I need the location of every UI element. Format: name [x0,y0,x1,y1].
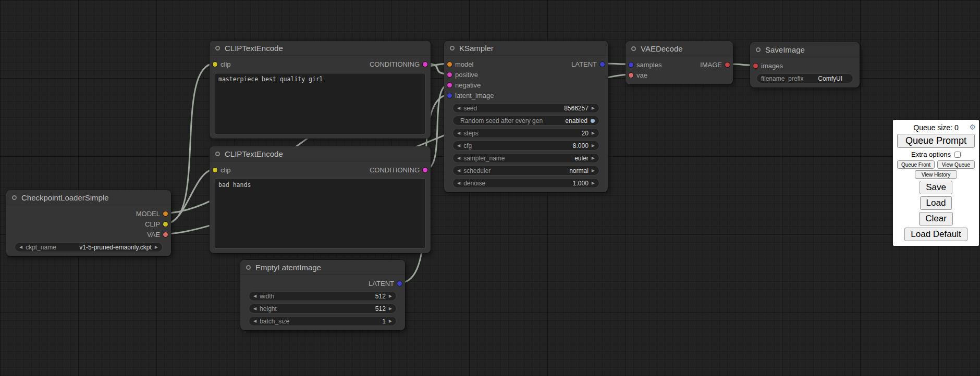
widget-value: 20 [581,130,588,137]
conditioning-output-dot[interactable] [423,62,427,67]
node-title-bar[interactable]: CLIPTextEncode [210,146,431,161]
negative-input-dot[interactable] [447,83,452,87]
clip-input-dot[interactable] [213,62,217,67]
decrement-arrow-icon[interactable]: ◀ [457,156,460,160]
vae-output-dot[interactable] [163,232,168,237]
widget-steps[interactable]: ◀ steps 20 ▶ [452,128,599,138]
vae-input-dot[interactable] [629,73,633,78]
increment-arrow-icon[interactable]: ▶ [592,131,595,135]
node-title-bar[interactable]: VAEDecode [626,41,733,56]
image-output-dot[interactable] [725,62,730,67]
view-history-button[interactable]: View History [915,170,957,179]
decrement-arrow-icon[interactable]: ◀ [457,181,460,185]
toggle-on-dot[interactable] [591,119,595,123]
slot-row-samples-image: samples IMAGE [626,59,733,70]
widget-width[interactable]: ◀ width 512 ▶ [249,291,397,301]
node-title: SaveImage [765,45,805,54]
collapse-dot-icon[interactable] [215,152,220,156]
increment-arrow-icon[interactable]: ▶ [389,319,392,323]
input-slot-images: images [750,60,860,71]
images-input-dot[interactable] [753,64,758,68]
node-title-bar[interactable]: SaveImage [750,42,860,57]
increment-arrow-icon[interactable]: ▶ [389,294,392,298]
node-title-bar[interactable]: KSampler [444,41,608,56]
node-ksampler[interactable]: KSampler model LATENT positive [444,41,608,192]
increment-arrow-icon[interactable]: ▶ [389,307,392,311]
node-title-bar[interactable]: EmptyLatentImage [240,260,405,275]
widget-random-seed-toggle[interactable]: Random seed after every gen enabled [452,116,599,126]
input-slot-latent-image: latent_image [444,90,608,101]
output-slot-model: MODEL [6,208,171,219]
increment-arrow-icon[interactable]: ▶ [592,156,595,160]
extra-options-checkbox[interactable] [954,152,961,158]
widget-value: euler [574,155,589,162]
node-checkpoint-loader-simple[interactable]: CheckpointLoaderSimple MODEL CLIP VAE [6,190,171,256]
load-button[interactable]: Load [920,196,952,210]
decrement-arrow-icon[interactable]: ◀ [19,245,22,249]
decrement-arrow-icon[interactable]: ◀ [253,307,256,311]
samples-input-dot[interactable] [629,62,633,67]
increment-arrow-icon[interactable]: ▶ [592,169,595,173]
collapse-dot-icon[interactable] [246,265,251,270]
increment-arrow-icon[interactable]: ▶ [592,181,595,185]
decrement-arrow-icon[interactable]: ◀ [253,319,256,323]
slot-label: negative [455,81,481,89]
decrement-arrow-icon[interactable]: ◀ [457,131,460,135]
comfy-menu-panel: Queue size: 0 ⚙ Queue Prompt Extra optio… [893,120,979,246]
increment-arrow-icon[interactable]: ▶ [592,106,595,110]
model-input-dot[interactable] [447,62,452,67]
model-output-dot[interactable] [163,211,168,216]
collapse-dot-icon[interactable] [215,46,220,51]
widget-scheduler[interactable]: ◀ scheduler normal ▶ [452,166,599,176]
widget-label: Random seed after every gen [460,117,543,124]
conditioning-output-dot[interactable] [423,168,427,172]
view-queue-button[interactable]: View Queue [937,160,975,169]
widget-filename-prefix[interactable]: filename_prefix ComfyUI [756,73,853,83]
decrement-arrow-icon[interactable]: ◀ [457,144,460,148]
widget-sampler-name[interactable]: ◀ sampler_name euler ▶ [452,153,599,163]
collapse-dot-icon[interactable] [631,46,636,51]
decrement-arrow-icon[interactable]: ◀ [457,169,460,173]
increment-arrow-icon[interactable]: ▶ [592,144,595,148]
latent-output-dot[interactable] [397,281,402,286]
clip-input-dot[interactable] [213,168,217,172]
node-vae-decode[interactable]: VAEDecode samples IMAGE vae [626,41,733,84]
widget-denoise[interactable]: ◀ denoise 1.000 ▶ [452,178,599,188]
node-clip-text-encode-negative[interactable]: CLIPTextEncode clip CONDITIONING bad han… [210,146,431,253]
settings-gear-icon[interactable]: ⚙ [969,123,976,131]
widget-height[interactable]: ◀ height 512 ▶ [249,304,397,314]
queue-prompt-button[interactable]: Queue Prompt [897,134,975,148]
decrement-arrow-icon[interactable]: ◀ [253,294,256,298]
queue-front-button[interactable]: Queue Front [897,160,935,169]
clip-output-dot[interactable] [163,222,168,227]
widget-label: ckpt_name [26,244,56,251]
queue-size-label: Queue size: 0 [913,123,958,132]
latent-image-input-dot[interactable] [447,93,452,98]
node-save-image[interactable]: SaveImage images filename_prefix ComfyUI [750,42,860,87]
load-default-button[interactable]: Load Default [904,228,967,241]
increment-arrow-icon[interactable]: ▶ [155,245,158,249]
widget-seed[interactable]: ◀ seed 8566257 ▶ [452,103,599,113]
node-empty-latent-image[interactable]: EmptyLatentImage LATENT ◀ width 512 ▶ ◀ … [240,260,405,330]
node-title-bar[interactable]: CLIPTextEncode [210,41,431,56]
prompt-textarea[interactable]: bad hands [215,179,425,249]
graph-canvas[interactable]: CheckpointLoaderSimple MODEL CLIP VAE [0,0,980,376]
widget-label: steps [463,130,479,137]
decrement-arrow-icon[interactable]: ◀ [457,106,460,110]
widget-value: 512 [375,305,386,312]
positive-input-dot[interactable] [447,72,452,77]
latent-output-dot[interactable] [600,62,605,67]
prompt-textarea[interactable]: masterpiece best quality girl [215,73,425,134]
widget-batch-size[interactable]: ◀ batch_size 1 ▶ [249,316,397,326]
node-title-bar[interactable]: CheckpointLoaderSimple [6,190,171,205]
save-button[interactable]: Save [920,181,952,194]
widget-cfg[interactable]: ◀ cfg 8.000 ▶ [452,141,599,151]
collapse-dot-icon[interactable] [756,47,761,52]
clear-button[interactable]: Clear [919,212,953,225]
node-clip-text-encode-positive[interactable]: CLIPTextEncode clip CONDITIONING masterp… [210,41,431,139]
collapse-dot-icon[interactable] [450,46,455,51]
widget-value: 1 [382,318,386,325]
collapse-dot-icon[interactable] [12,195,17,200]
widget-ckpt-name[interactable]: ◀ ckpt_name v1-5-pruned-emaonly.ckpt ▶ [15,242,163,252]
widget-label: seed [463,105,477,112]
